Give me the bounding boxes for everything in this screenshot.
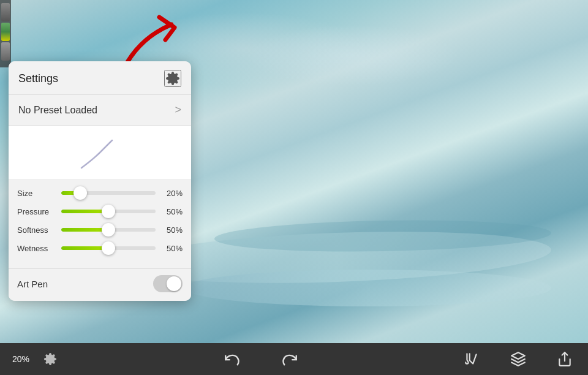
wetness-label: Wetness — [17, 244, 61, 253]
wetness-value: 50% — [159, 244, 183, 253]
export-icon — [557, 351, 573, 367]
wetness-slider-row: Wetness 50% — [17, 241, 183, 255]
undo-button[interactable] — [221, 348, 243, 370]
toolbar-center-group — [221, 348, 301, 370]
svg-marker-1 — [511, 352, 525, 359]
pen-tray — [0, 0, 11, 67]
brush-preview — [9, 125, 191, 180]
pressure-slider-row: Pressure 50% — [17, 205, 183, 218]
size-value: 20% — [159, 189, 183, 198]
toolbar-settings-button[interactable] — [39, 348, 61, 370]
pressure-label: Pressure — [17, 207, 61, 216]
gear-icon — [165, 71, 180, 86]
preset-row[interactable]: No Preset Loaded > — [9, 95, 191, 125]
pressure-thumb[interactable] — [102, 205, 115, 218]
pressure-slider[interactable] — [61, 205, 156, 218]
softness-label: Softness — [17, 225, 61, 235]
bottom-toolbar: 20% — [0, 343, 588, 375]
softness-value: 50% — [159, 225, 183, 235]
settings-header: Settings — [9, 61, 191, 95]
toolbar-left-group: 20% — [12, 348, 61, 370]
brush-icon — [464, 351, 480, 367]
pressure-value: 50% — [159, 207, 183, 216]
size-thumb[interactable] — [74, 186, 87, 200]
art-pen-row: Art Pen — [9, 268, 191, 301]
redo-icon — [282, 351, 298, 367]
settings-gear-button[interactable] — [164, 70, 181, 87]
toolbar-right-group — [461, 348, 576, 370]
size-slider-row: Size 20% — [17, 186, 183, 200]
pen-item — [1, 3, 10, 21]
wetness-slider[interactable] — [61, 241, 156, 255]
brush-button[interactable] — [461, 348, 483, 370]
layers-icon — [510, 351, 526, 367]
brush-stroke-preview — [63, 131, 137, 174]
settings-icon — [43, 352, 57, 366]
undo-icon — [224, 351, 239, 367]
export-button[interactable] — [554, 348, 576, 370]
size-slider[interactable] — [61, 186, 156, 200]
zoom-level: 20% — [12, 354, 29, 364]
redo-button[interactable] — [279, 348, 301, 370]
pen-item — [1, 42, 10, 61]
softness-slider[interactable] — [61, 223, 156, 237]
pen-item — [1, 23, 10, 41]
wetness-thumb[interactable] — [102, 241, 115, 255]
art-pen-toggle[interactable] — [153, 275, 183, 292]
layers-button[interactable] — [507, 348, 529, 370]
settings-panel: Settings No Preset Loaded > Size — [9, 61, 191, 301]
preset-label: No Preset Loaded — [18, 105, 97, 116]
art-pen-label: Art Pen — [17, 279, 48, 289]
softness-thumb[interactable] — [102, 223, 115, 237]
size-label: Size — [17, 189, 61, 198]
softness-slider-row: Softness 50% — [17, 223, 183, 237]
toggle-knob — [167, 276, 181, 291]
preset-chevron: > — [175, 104, 181, 116]
settings-title: Settings — [18, 72, 58, 85]
sliders-area: Size 20% Pressure 50% Softness — [9, 180, 191, 268]
